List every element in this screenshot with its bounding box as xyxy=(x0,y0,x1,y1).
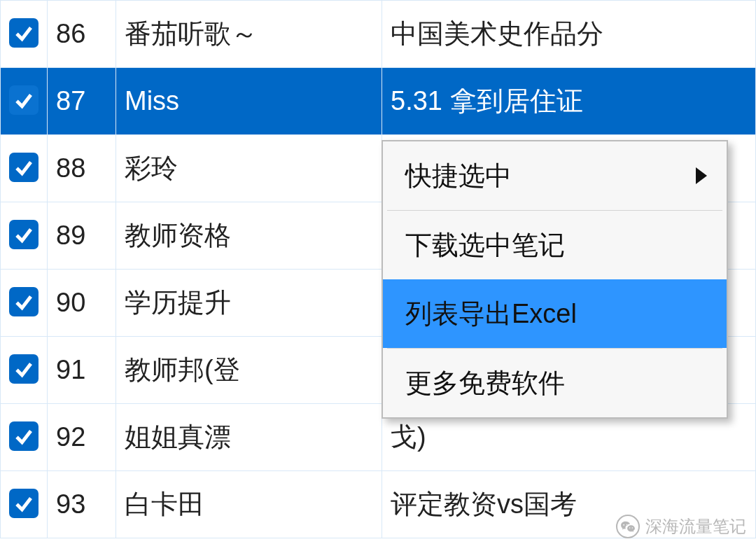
cell-checkbox[interactable] xyxy=(1,270,48,337)
watermark: 深海流量笔记 xyxy=(616,515,746,538)
menu-download-selected[interactable]: 下载选中笔记 xyxy=(383,211,727,279)
wechat-icon xyxy=(616,515,640,538)
menu-export-excel[interactable]: 列表导出Excel xyxy=(383,279,727,348)
menu-label: 更多免费软件 xyxy=(405,365,565,401)
context-menu: 快捷选中 下载选中笔记 列表导出Excel 更多免费软件 xyxy=(382,140,728,419)
cell-index: 90 xyxy=(48,270,116,337)
checkmark-icon xyxy=(9,287,38,316)
menu-label: 下载选中笔记 xyxy=(405,228,565,263)
chevron-right-icon xyxy=(696,167,707,184)
cell-desc: 中国美术史作品分 xyxy=(382,1,756,68)
cell-name: 番茄听歌～ xyxy=(116,1,382,68)
cell-name: 教师邦(登 xyxy=(116,337,382,404)
cell-name: 彩玲 xyxy=(116,135,382,202)
checkmark-icon xyxy=(9,153,38,182)
menu-label: 列表导出Excel xyxy=(405,296,577,332)
menu-more-free[interactable]: 更多免费软件 xyxy=(383,349,727,417)
cell-checkbox[interactable] xyxy=(1,135,48,202)
checkmark-icon xyxy=(9,220,38,249)
cell-index: 91 xyxy=(48,337,116,404)
cell-desc: 5.31 拿到居住证 xyxy=(382,68,756,135)
cell-index: 88 xyxy=(48,135,116,202)
cell-name: Miss xyxy=(116,68,382,135)
menu-label: 快捷选中 xyxy=(405,158,512,194)
table-row[interactable]: 86番茄听歌～中国美术史作品分 xyxy=(1,1,756,68)
cell-checkbox[interactable] xyxy=(1,404,48,471)
checkmark-icon xyxy=(9,85,38,115)
cell-index: 93 xyxy=(48,471,116,538)
cell-index: 89 xyxy=(48,202,116,270)
cell-checkbox[interactable] xyxy=(1,337,48,404)
cell-name: 教师资格 xyxy=(116,202,382,270)
cell-index: 86 xyxy=(48,1,116,68)
cell-index: 92 xyxy=(48,404,116,471)
checkmark-icon xyxy=(9,354,38,384)
cell-name: 白卡田 xyxy=(116,471,382,538)
menu-quick-select[interactable]: 快捷选中 xyxy=(383,141,727,210)
cell-index: 87 xyxy=(48,68,116,135)
checkmark-icon xyxy=(9,18,38,48)
table-row[interactable]: 87Miss5.31 拿到居住证 xyxy=(1,68,756,135)
watermark-text: 深海流量笔记 xyxy=(645,515,746,538)
checkmark-icon xyxy=(9,489,38,518)
cell-name: 学历提升 xyxy=(116,270,382,337)
cell-checkbox[interactable] xyxy=(1,68,48,135)
checkmark-icon xyxy=(9,421,38,451)
cell-checkbox[interactable] xyxy=(1,1,48,68)
cell-name: 姐姐真漂 xyxy=(116,404,382,471)
cell-checkbox[interactable] xyxy=(1,202,48,270)
cell-checkbox[interactable] xyxy=(1,471,48,538)
